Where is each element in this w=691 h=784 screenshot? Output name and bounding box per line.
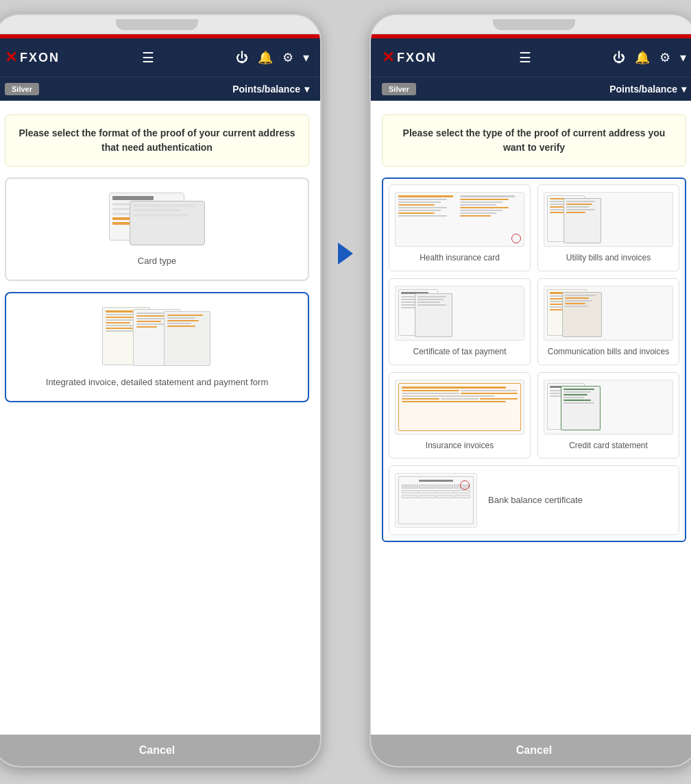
- integrated-invoice-option[interactable]: Integrated invoice, detailed statement a…: [5, 292, 309, 402]
- instruction-box-right: Please select the type of the proof of c…: [382, 114, 686, 167]
- utility-bills-thumb: [544, 192, 673, 247]
- communication-bills-label: Communication bills and invoices: [548, 346, 669, 358]
- utility-bills-label: Utility bills and invoices: [566, 252, 651, 264]
- gear-icon-left[interactable]: ⚙: [282, 50, 293, 65]
- left-phone: ✕ FXON ☰ ⏻ 🔔 ⚙ ▾ Silver Points/balance ▾…: [0, 14, 322, 768]
- logo-text-left: FXON: [20, 51, 60, 65]
- power-icon-right[interactable]: ⏻: [613, 51, 625, 65]
- points-balance-right[interactable]: Points/balance ▾: [609, 84, 686, 95]
- right-phone: ✕ FXON ☰ ⏻ 🔔 ⚙ ▾ Silver Points/balance ▾…: [369, 14, 691, 768]
- document-type-grid: Health insurance card: [382, 177, 686, 542]
- insurance-invoices-thumb: [395, 380, 524, 434]
- health-insurance-thumb: [395, 192, 524, 247]
- credit-card-thumb: [544, 380, 673, 434]
- hamburger-icon-left[interactable]: ☰: [142, 49, 154, 66]
- bell-icon-right[interactable]: 🔔: [635, 50, 650, 65]
- points-balance-label-left: Points/balance: [232, 84, 300, 95]
- chevron-points-right: ▾: [681, 84, 686, 95]
- silver-badge-right: Silver: [382, 83, 416, 95]
- logo-x-left: ✕: [5, 49, 17, 66]
- arrow-right-icon: [338, 243, 353, 265]
- nav-icons-right: ⏻ 🔔 ⚙ ▾: [613, 50, 686, 65]
- power-icon-left[interactable]: ⏻: [236, 51, 248, 65]
- bell-icon-left[interactable]: 🔔: [258, 50, 273, 65]
- balance-bar-left: Silver Points/balance ▾: [0, 77, 320, 101]
- integrated-illustration: [102, 307, 212, 369]
- credit-card-option[interactable]: Credit card statement: [537, 372, 679, 459]
- instruction-text-right: Please select the type of the proof of c…: [393, 126, 675, 155]
- communication-bills-thumb: [544, 286, 673, 341]
- gear-icon-right[interactable]: ⚙: [659, 50, 670, 65]
- instruction-box-left: Please select the format of the proof of…: [5, 114, 309, 167]
- phone-notch: [0, 15, 320, 34]
- card-type-option[interactable]: Card type: [5, 177, 309, 281]
- bank-balance-label: Bank balance certificate: [488, 494, 583, 506]
- left-content: Please select the format of the proof of…: [0, 101, 320, 735]
- silver-badge-left: Silver: [5, 83, 39, 95]
- bank-balance-option[interactable]: Bank balance certificate: [389, 465, 679, 535]
- arrow-wrapper: [335, 243, 356, 265]
- cancel-bar-left[interactable]: Cancel: [0, 735, 320, 766]
- certificate-tax-label: Certificate of tax payment: [413, 346, 506, 358]
- cancel-label-left: Cancel: [139, 744, 175, 756]
- points-balance-left[interactable]: Points/balance ▾: [232, 84, 309, 95]
- card-type-illustration: [102, 193, 212, 247]
- bank-balance-thumb: [395, 473, 477, 528]
- right-content: Please select the type of the proof of c…: [371, 101, 691, 735]
- credit-card-label: Credit card statement: [569, 440, 648, 452]
- integrated-label: Integrated invoice, detailed statement a…: [46, 377, 268, 387]
- chevron-down-left: ▾: [303, 50, 309, 65]
- cancel-label-right: Cancel: [516, 744, 552, 756]
- navbar-right: ✕ FXON ☰ ⏻ 🔔 ⚙ ▾: [371, 38, 691, 77]
- logo-right: ✕ FXON: [382, 49, 437, 66]
- utility-bills-option[interactable]: Utility bills and invoices: [537, 184, 679, 271]
- logo-x-right: ✕: [382, 49, 394, 66]
- certificate-tax-option[interactable]: Certificate of tax payment: [389, 278, 531, 365]
- card-back: [130, 201, 205, 245]
- phone-notch-right: [371, 15, 691, 34]
- insurance-invoices-label: Insurance invoices: [426, 440, 494, 452]
- notch-right: [493, 19, 575, 30]
- chevron-points-left: ▾: [304, 84, 309, 95]
- points-balance-label-right: Points/balance: [609, 84, 677, 95]
- logo-left: ✕ FXON: [5, 49, 60, 66]
- cancel-bar-right[interactable]: Cancel: [371, 735, 691, 766]
- navbar-left: ✕ FXON ☰ ⏻ 🔔 ⚙ ▾: [0, 38, 320, 77]
- instruction-text-left: Please select the format of the proof of…: [16, 126, 298, 155]
- health-insurance-label: Health insurance card: [420, 252, 500, 264]
- communication-bills-option[interactable]: Communication bills and invoices: [537, 278, 679, 365]
- hamburger-icon-right[interactable]: ☰: [519, 49, 531, 66]
- card-type-label: Card type: [138, 256, 176, 266]
- insurance-invoices-option[interactable]: Insurance invoices: [389, 372, 531, 459]
- nav-icons-left: ⏻ 🔔 ⚙ ▾: [236, 50, 309, 65]
- logo-text-right: FXON: [397, 51, 437, 65]
- chevron-down-right: ▾: [680, 50, 686, 65]
- health-insurance-option[interactable]: Health insurance card: [389, 184, 531, 271]
- card-back-lines: [133, 204, 202, 219]
- certificate-tax-thumb: [395, 286, 524, 341]
- notch: [116, 19, 198, 30]
- balance-bar-right: Silver Points/balance ▾: [371, 77, 691, 101]
